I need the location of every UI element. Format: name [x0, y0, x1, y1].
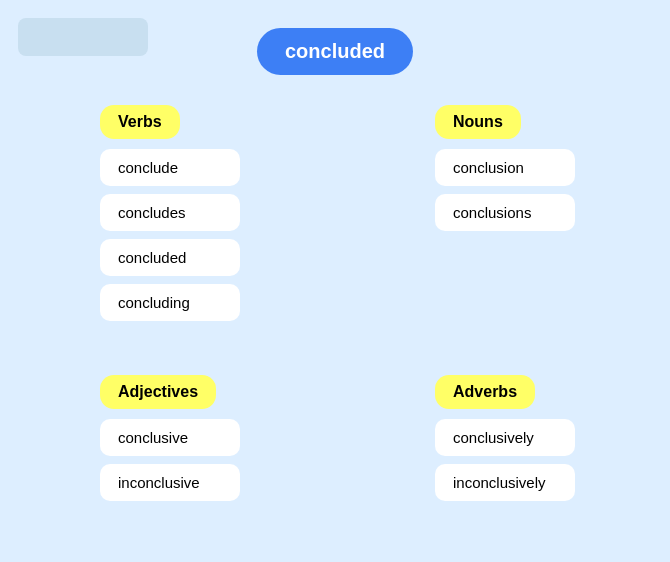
adjectives-words: conclusive inconclusive	[100, 419, 240, 501]
nouns-words: conclusion conclusions	[435, 149, 575, 231]
list-item: conclusive	[100, 419, 240, 456]
list-item: concluding	[100, 284, 240, 321]
search-bar[interactable]	[18, 18, 148, 56]
nouns-label: Nouns	[435, 105, 521, 139]
list-item: conclude	[100, 149, 240, 186]
verbs-section: Verbs conclude concludes concluded concl…	[100, 105, 240, 329]
verbs-words: conclude concludes concluded concluding	[100, 149, 240, 321]
list-item: conclusively	[435, 419, 575, 456]
adverbs-section: Adverbs conclusively inconclusively	[435, 375, 575, 509]
adjectives-label: Adjectives	[100, 375, 216, 409]
list-item: concluded	[100, 239, 240, 276]
list-item: concludes	[100, 194, 240, 231]
adverbs-words: conclusively inconclusively	[435, 419, 575, 501]
list-item: inconclusive	[100, 464, 240, 501]
adjectives-section: Adjectives conclusive inconclusive	[100, 375, 240, 509]
center-word: concluded	[257, 28, 413, 75]
list-item: inconclusively	[435, 464, 575, 501]
nouns-section: Nouns conclusion conclusions	[435, 105, 575, 239]
list-item: conclusions	[435, 194, 575, 231]
verbs-label: Verbs	[100, 105, 180, 139]
adverbs-label: Adverbs	[435, 375, 535, 409]
list-item: conclusion	[435, 149, 575, 186]
